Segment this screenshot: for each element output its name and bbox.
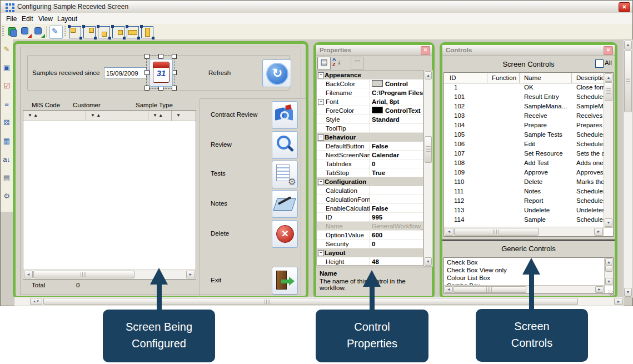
scroll-up-icon[interactable]: ▲ <box>624 41 632 49</box>
category-row[interactable]: − Configuration <box>317 177 423 186</box>
scroll-thumb[interactable] <box>43 298 578 305</box>
table-row[interactable]: 111NotesSchedules the Note <box>444 187 604 196</box>
table-row[interactable]: 103ReceiveReceives the select <box>444 111 604 121</box>
scroll-thumb[interactable] <box>605 82 612 101</box>
same-height-icon[interactable] <box>141 26 153 38</box>
property-row[interactable]: TabStopTrue <box>317 168 423 177</box>
align-top-right-icon[interactable] <box>83 26 96 38</box>
document-icon[interactable]: ▤ <box>2 172 12 183</box>
all-checkbox[interactable] <box>595 59 604 68</box>
scroll-left-icon[interactable]: ◄ <box>24 271 33 278</box>
collapse-icon[interactable]: − <box>318 134 324 141</box>
scroll-thumb[interactable] <box>453 286 526 293</box>
table-row[interactable]: 105Sample TestsSchedules a sample <box>444 130 604 139</box>
sort-icon[interactable]: a↓ <box>2 154 12 165</box>
sort-cell[interactable]: ▼ ▲ <box>86 111 148 121</box>
properties-vscrollbar[interactable]: ▲ ▼ <box>423 70 433 267</box>
property-row[interactable]: StyleStandard <box>317 115 423 124</box>
list-item[interactable]: Colour List Box <box>444 274 604 282</box>
table-row[interactable]: 102SampleMana...SampleManagemen <box>444 102 604 111</box>
sort-cell[interactable]: ▼ <box>172 111 196 121</box>
exit-button[interactable] <box>272 267 298 295</box>
grid-icon[interactable]: ▦ <box>2 136 12 147</box>
collapse-icon[interactable]: − <box>318 72 324 78</box>
table-row[interactable]: 107Set ResourceSets the allocated r <box>444 149 604 158</box>
delete-button[interactable]: ✕ <box>272 220 298 248</box>
menu-edit[interactable]: Edit <box>19 14 36 23</box>
scroll-thumb[interactable] <box>454 228 539 236</box>
scroll-thumb[interactable] <box>605 265 612 272</box>
window-vscrollbar[interactable]: ▲ ▼ <box>623 39 633 298</box>
scroll-thumb[interactable] <box>33 271 134 278</box>
samples-hscrollbar[interactable]: ◄ ► <box>23 270 196 279</box>
property-row[interactable]: CalculationFormat <box>317 195 423 204</box>
toolbar-grip[interactable] <box>2 26 4 37</box>
gear-icon[interactable]: ⚙ <box>2 191 12 202</box>
property-row[interactable]: ID995 <box>317 213 423 222</box>
panel-splitter[interactable] <box>442 240 615 241</box>
property-row[interactable]: NextScreenNameCalendar <box>317 151 423 159</box>
properties-title-bar[interactable]: Properties <box>316 45 432 56</box>
property-row[interactable]: Security0 <box>317 240 423 248</box>
collapse-icon[interactable]: − <box>318 179 324 185</box>
table-vscrollbar[interactable]: ▲ ▼ <box>604 73 613 228</box>
table-row[interactable]: 110DeleteMarks the selected <box>444 177 604 187</box>
category-row[interactable]: − Layout <box>317 248 423 257</box>
property-row[interactable]: + FontArial, 8pt <box>317 97 423 106</box>
column-header-sample-type[interactable]: Sample Type <box>136 102 173 108</box>
menu-file[interactable]: File <box>4 14 19 23</box>
scroll-thumb[interactable] <box>425 136 432 163</box>
align-top-left-icon[interactable] <box>69 26 81 38</box>
category-row[interactable]: − Appearance <box>317 71 423 79</box>
expand-icon[interactable]: + <box>318 99 324 105</box>
col-name[interactable]: Name <box>520 73 572 83</box>
property-row[interactable]: Option1Value600 <box>317 231 423 240</box>
table-row[interactable]: 1OKClose form (positive <box>444 83 604 92</box>
calendar-button[interactable]: 31 <box>149 59 173 87</box>
scroll-right-icon[interactable]: ► <box>594 228 603 236</box>
table-row[interactable]: 114SampleSchedules another <box>444 215 604 225</box>
sort-cell[interactable]: ▼ ▲ <box>148 111 172 121</box>
col-id[interactable]: ID <box>444 73 487 83</box>
property-pages-button[interactable]: ▭ <box>351 57 364 70</box>
properties-close-button[interactable]: ✕ <box>421 46 430 55</box>
date-input[interactable] <box>104 67 147 78</box>
scroll-right-icon[interactable]: ► <box>595 286 604 293</box>
table-row[interactable]: 106EditSchedules the Sam <box>444 139 604 149</box>
puzzle-piece-icon[interactable] <box>6 26 18 38</box>
scroll-down-icon[interactable]: ▼ <box>425 257 432 266</box>
generic-hscrollbar[interactable]: ◄ ► <box>444 285 605 293</box>
scroll-down-icon[interactable]: ▼ <box>605 218 612 227</box>
property-row[interactable]: TabIndex0 <box>317 159 423 168</box>
puzzle-piece-remove-icon[interactable] <box>19 26 32 38</box>
table-row[interactable]: 101Result EntrySchedules the Resu <box>444 92 604 102</box>
menu-view[interactable]: View <box>36 14 55 23</box>
scroll-thumb[interactable] <box>624 50 632 112</box>
checklist-icon[interactable]: ☑ <box>2 81 12 92</box>
categorized-view-button[interactable]: ▤ <box>317 57 331 70</box>
table-row[interactable]: 109ApproveApproves the selec <box>444 168 604 177</box>
paint-icon[interactable]: ✎ <box>2 44 12 55</box>
property-row[interactable]: EnableCalculationFalse <box>317 204 423 213</box>
tests-button[interactable]: ⚙ <box>272 161 298 188</box>
table-row[interactable]: 113UndeleteUndeletes the selec <box>444 206 604 215</box>
property-row[interactable]: FilenameC:\Program Files\ <box>317 88 423 97</box>
scroll-up-icon[interactable]: ▲ <box>425 71 432 79</box>
scroll-left-icon[interactable]: ◄ <box>445 228 453 236</box>
category-row[interactable]: − Behaviour <box>317 133 423 142</box>
window-close-button[interactable]: ✕ <box>619 2 630 12</box>
scroll-right-icon[interactable]: ► <box>614 298 623 305</box>
scroll-down-icon[interactable]: ▼ <box>605 278 612 285</box>
scroll-down-icon[interactable]: ▼ <box>624 288 632 297</box>
collapse-icon[interactable]: − <box>318 250 324 256</box>
dice-icon[interactable]: ⚄ <box>2 117 12 128</box>
property-row[interactable]: BackColor Control <box>317 79 423 88</box>
table-row[interactable]: 108Add TestAdds one or more te <box>444 158 604 168</box>
table-row[interactable]: 112ReportSchedules the Cryst <box>444 196 604 206</box>
notes-button[interactable] <box>272 190 298 218</box>
property-row[interactable]: ToolTip <box>317 124 423 133</box>
controls-close-button[interactable]: ✕ <box>604 46 613 55</box>
table-row[interactable]: 104PreparePrepares the select <box>444 121 604 130</box>
scroll-up-icon[interactable]: ▲ <box>605 73 612 82</box>
resize-grip[interactable] <box>609 290 614 296</box>
